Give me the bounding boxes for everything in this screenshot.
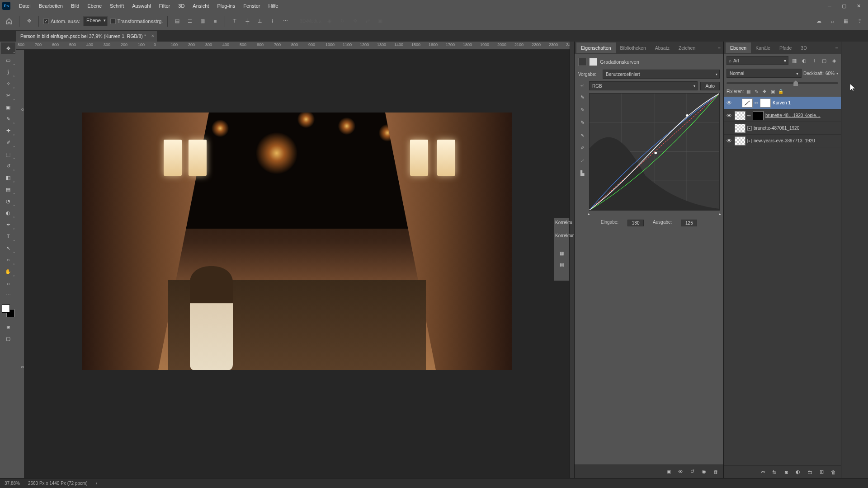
tab-3d[interactable]: 3D xyxy=(796,42,811,53)
align-bottom-icon[interactable]: ⊥ xyxy=(255,16,265,26)
move-tool-icon[interactable]: ✥ xyxy=(24,16,34,26)
hand-sampler-icon[interactable]: ☜ xyxy=(578,82,586,90)
panel-edge-right[interactable] xyxy=(841,42,845,478)
white-point-eyedropper-icon[interactable]: ✎ xyxy=(578,118,586,127)
menu-ebene[interactable]: Ebene xyxy=(83,0,106,12)
menu-bild[interactable]: Bild xyxy=(67,0,83,12)
dodge-tool[interactable]: ◐▸ xyxy=(1,207,15,219)
lock-all-icon[interactable]: 🔒 xyxy=(777,88,784,95)
type-tool[interactable]: T▸ xyxy=(1,230,15,242)
distribute-v-icon[interactable]: ⁞ xyxy=(268,16,278,26)
corrections-more-icon[interactable]: ▤ xyxy=(555,262,568,267)
path-select-tool[interactable]: ↖▸ xyxy=(1,242,15,254)
filter-type-icon[interactable]: T xyxy=(810,56,818,65)
brush-tool[interactable]: ✐▸ xyxy=(1,136,15,148)
distribute-h-icon[interactable]: ≡ xyxy=(210,16,220,26)
adjustment-thumb[interactable] xyxy=(742,99,753,108)
tab-pfade[interactable]: Pfade xyxy=(775,42,796,53)
layer-row[interactable]: ▸brunette-487061_1920 xyxy=(724,122,841,135)
healing-tool[interactable]: ✚▸ xyxy=(1,125,15,136)
layer-row[interactable]: 👁▸new-years-eve-3897713_1920 xyxy=(724,135,841,147)
curves-graph[interactable] xyxy=(589,93,720,211)
layer-visibility-icon[interactable]: 👁 xyxy=(726,100,733,106)
reset-icon[interactable]: ↺ xyxy=(688,468,696,476)
new-group-icon[interactable]: 🗀 xyxy=(806,468,814,476)
layer-name[interactable]: brunette-48…1920 Kopie… xyxy=(765,113,839,118)
pen-tool[interactable]: ✒▸ xyxy=(1,219,15,230)
menu-schrift[interactable]: Schrift xyxy=(106,0,128,12)
more-options-icon[interactable]: ⋯ xyxy=(280,16,290,26)
gradient-tool[interactable]: ▤▸ xyxy=(1,183,15,195)
layer-name[interactable]: brunette-487061_1920 xyxy=(754,126,839,131)
auto-select-checkbox[interactable]: Autom. ausw. xyxy=(43,19,80,24)
history-brush-tool[interactable]: ↺▸ xyxy=(1,160,15,172)
magic-wand-tool[interactable]: ✧▸ xyxy=(1,78,15,89)
panel-menu-icon[interactable]: ≡ xyxy=(715,45,723,51)
ruler-vertical[interactable]: 0 0 xyxy=(16,50,24,478)
maximize-button[interactable]: ▢ xyxy=(837,0,851,12)
new-adjustment-icon[interactable]: ◐ xyxy=(794,468,802,476)
status-chevron-icon[interactable]: › xyxy=(96,481,97,486)
lock-position-icon[interactable]: ✥ xyxy=(761,88,768,95)
lock-transparency-icon[interactable]: ▦ xyxy=(745,88,752,95)
layer-visibility-icon[interactable]: 👁 xyxy=(726,138,733,144)
layer-thumb[interactable] xyxy=(735,124,745,133)
layers-panel-menu-icon[interactable]: ≡ xyxy=(833,45,841,51)
layer-name[interactable]: new-years-eve-3897713_1920 xyxy=(754,138,839,143)
filter-adjust-icon[interactable]: ◐ xyxy=(800,56,808,65)
filter-image-icon[interactable]: ▦ xyxy=(790,56,798,65)
lock-paint-icon[interactable]: ✎ xyxy=(753,88,760,95)
tab-zeichen[interactable]: Zeichen xyxy=(674,42,700,53)
filter-smart-icon[interactable]: ◈ xyxy=(830,56,838,65)
share-icon[interactable]: ⇪ xyxy=(854,16,864,26)
align-right-icon[interactable]: ▥ xyxy=(198,16,208,26)
channel-select[interactable]: RGB xyxy=(589,81,698,90)
canvas-viewport[interactable] xyxy=(24,50,570,478)
menu-bearbeiten[interactable]: Bearbeiten xyxy=(35,0,67,12)
minimize-button[interactable]: ─ xyxy=(822,0,837,12)
tab-bibliotheken[interactable]: Bibliotheken xyxy=(616,42,651,53)
zoom-tool[interactable]: ⌕ xyxy=(1,277,15,289)
smooth-curve-icon[interactable]: ⟋ xyxy=(578,156,586,164)
menu-auswahl[interactable]: Auswahl xyxy=(128,0,155,12)
ruler-horizontal[interactable]: -800-700-600-500-400-300-200-10001002003… xyxy=(16,42,570,50)
histogram-options-icon[interactable]: ▙ xyxy=(578,169,586,177)
document-canvas[interactable] xyxy=(82,113,512,370)
edit-toolbar[interactable]: ⋯ xyxy=(1,289,15,301)
layer-name[interactable]: Kurven 1 xyxy=(773,100,839,105)
panel-collapse-strip[interactable] xyxy=(570,42,574,478)
menu-filter[interactable]: Filter xyxy=(155,0,174,12)
auto-button[interactable]: Auto xyxy=(700,82,720,90)
delete-adjustment-icon[interactable]: 🗑 xyxy=(712,468,720,476)
align-center-h-icon[interactable]: ☰ xyxy=(185,16,195,26)
close-button[interactable]: ✕ xyxy=(851,0,866,12)
link-layers-icon[interactable]: ⚯ xyxy=(759,468,767,476)
mask-icon[interactable] xyxy=(589,58,597,66)
layer-row[interactable]: 👁⚯brunette-48…1920 Kopie… xyxy=(724,109,841,122)
move-tool[interactable]: ✥▸ xyxy=(1,42,15,54)
document-tab[interactable]: Person in bild einfügen.psdc bei 37,9% (… xyxy=(16,31,157,42)
crop-tool[interactable]: ✂▸ xyxy=(1,89,15,101)
corrections-panel-collapsed[interactable]: Korrektu Korrektur ▦ ▤ xyxy=(554,218,570,281)
layer-style-icon[interactable]: fx xyxy=(770,468,778,476)
delete-layer-icon[interactable]: 🗑 xyxy=(829,468,837,476)
menu-hilfe[interactable]: Hilfe xyxy=(264,0,282,12)
gray-point-eyedropper-icon[interactable]: ✎ xyxy=(578,106,586,114)
lasso-tool[interactable]: ⟆▸ xyxy=(1,66,15,78)
home-button[interactable] xyxy=(4,16,14,27)
hand-tool[interactable]: ✋▸ xyxy=(1,266,15,277)
layer-filter-select[interactable]: ⌕ Art ▾ xyxy=(726,56,788,65)
align-center-v-icon[interactable]: ╫ xyxy=(242,16,252,26)
color-swatches[interactable] xyxy=(2,305,14,317)
output-value-field[interactable] xyxy=(681,220,697,226)
mask-thumb[interactable] xyxy=(760,99,771,108)
layer-row[interactable]: 👁⚯Kurven 1 xyxy=(724,97,841,109)
layer-visibility-icon[interactable]: 👁 xyxy=(726,113,733,119)
zoom-level[interactable]: 37,88% xyxy=(5,481,20,486)
black-point-eyedropper-icon[interactable]: ✎ xyxy=(578,93,586,101)
frame-tool[interactable]: ▣ xyxy=(1,101,15,113)
search-icon[interactable]: ⌕ xyxy=(827,16,837,26)
add-mask-icon[interactable]: ◙ xyxy=(782,468,790,476)
tab-absatz[interactable]: Absatz xyxy=(651,42,674,53)
curve-draw-tool-icon[interactable]: ✐ xyxy=(578,144,586,152)
